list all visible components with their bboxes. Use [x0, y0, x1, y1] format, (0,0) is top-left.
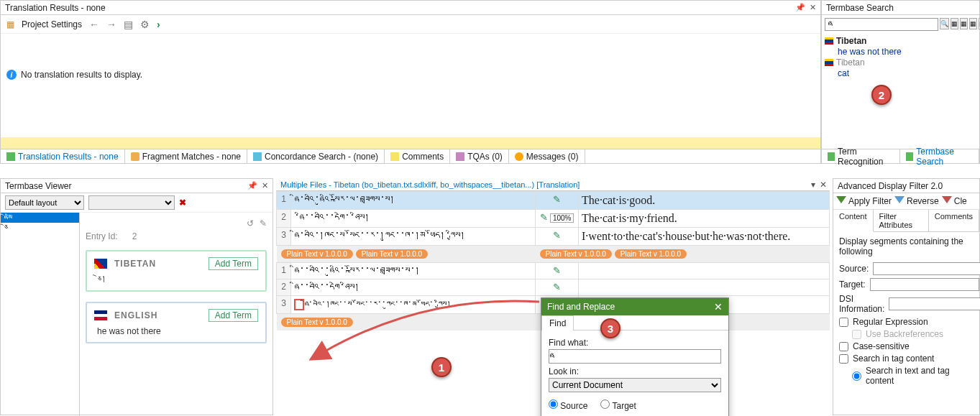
- side-item[interactable]: ཞིམི: [1, 213, 79, 223]
- funnel-icon: [894, 196, 905, 206]
- nav-forward-icon[interactable]: →: [106, 19, 116, 30]
- segment-source[interactable]: ཞི་བའི་།ཁང་་ས་སོང་་ར་་ཀུང་་ཁ་མ་ཡོད་་ཀྱིས…: [291, 296, 536, 314]
- tab-comments[interactable]: Comments: [929, 210, 979, 231]
- tab-comments[interactable]: Comments: [385, 149, 450, 163]
- layout-select[interactable]: Default layout: [5, 195, 84, 210]
- dropdown-icon[interactable]: ▾: [811, 180, 815, 190]
- project-settings-label[interactable]: Project Settings: [22, 19, 82, 29]
- source-row: Source:: [839, 262, 974, 275]
- source-input[interactable]: [873, 262, 980, 275]
- tab-term-recognition[interactable]: Term Recognition: [822, 149, 900, 163]
- tb-btn-3[interactable]: ▦: [969, 18, 977, 29]
- tab-tqas[interactable]: TQAs (0): [450, 149, 509, 163]
- entry-id-value: 2: [132, 231, 137, 241]
- termbase-combo[interactable]: [88, 195, 175, 210]
- side-item[interactable]: ཅི: [1, 223, 79, 233]
- tab-messages[interactable]: Messages (0): [509, 149, 585, 163]
- segment-source[interactable]: ཞི་བའི་།ཁང་ས་སོང་་ར་།ཀུང་་ཁ་།མ་ཡོད།་ཀྱིས…: [291, 228, 536, 246]
- clear-button[interactable]: Cle: [942, 196, 967, 206]
- tag-content-radio[interactable]: [852, 371, 861, 381]
- tag-checkbox[interactable]: [839, 354, 848, 364]
- segment-source[interactable]: ཞི་་བའི་་ཞུའི་་སྐོར་་ལ་བཟླགས་ས་།: [291, 263, 536, 279]
- pin-icon[interactable]: 📌: [247, 181, 257, 190]
- segment-row[interactable]: 2 ཞི་་བའི་་དགེ་ཤིས། ✎: [277, 279, 830, 296]
- tab-concordance-search[interactable]: Concordance Search - (none): [247, 149, 385, 163]
- target-radio[interactable]: [600, 399, 610, 409]
- add-term-button[interactable]: Add Term: [209, 309, 258, 322]
- tab-icon: [131, 152, 139, 161]
- close-icon[interactable]: ✕: [810, 3, 816, 12]
- source-radio[interactable]: [549, 399, 558, 409]
- backref-check[interactable]: Use Backreferences: [852, 329, 974, 339]
- pin-icon[interactable]: 📌: [795, 3, 805, 12]
- tab-label: Termbase Search: [916, 147, 973, 167]
- target-input[interactable]: [870, 278, 979, 291]
- project-settings-icon[interactable]: ▦: [6, 19, 14, 29]
- play-icon[interactable]: ›: [157, 19, 160, 30]
- segment-target[interactable]: [579, 279, 830, 296]
- tool-icon-2[interactable]: ⚙: [140, 19, 150, 30]
- tb-btn-2[interactable]: ▦: [960, 18, 968, 29]
- segment-target[interactable]: [579, 263, 830, 279]
- highlight-bar: [1, 137, 820, 149]
- apply-filter-button[interactable]: Apply Filter: [836, 196, 892, 206]
- close-icon[interactable]: ✕: [820, 180, 827, 190]
- nav-back-icon[interactable]: ←: [89, 19, 99, 30]
- result-value[interactable]: he was not there: [825, 47, 976, 57]
- tab-label: Term Recognition: [838, 147, 894, 167]
- tab-icon: [253, 152, 262, 161]
- search-icon[interactable]: 🔍: [940, 18, 949, 29]
- advanced-filter-toolbar: Apply Filter Reverse Cle: [833, 193, 979, 210]
- tool-icon-1[interactable]: ▤: [124, 19, 133, 30]
- segment-status: ✎: [536, 263, 579, 279]
- tb-btn-1[interactable]: ▦: [951, 18, 958, 29]
- segment-row[interactable]: 3 ཞི་བའི་།ཁང་ས་སོང་་ར་།ཀུང་་ཁ་།མ་ཡོད།་ཀྱ…: [277, 228, 830, 246]
- flag-icon: [825, 37, 833, 45]
- segment-target[interactable]: The·cat·is·good.: [579, 192, 830, 210]
- tab-find[interactable]: Find: [541, 315, 574, 331]
- close-icon[interactable]: ✕: [714, 301, 723, 313]
- reverse-button[interactable]: Reverse: [894, 196, 939, 206]
- segment-source[interactable]: ཞི་བའི་ཞུའི་སྐོར་ལ་བཟླགས་ས།: [291, 192, 536, 210]
- tag-check[interactable]: Search in tag content: [839, 353, 974, 364]
- tab-translation-results[interactable]: Translation Results - none: [1, 149, 125, 163]
- termbase-search-input[interactable]: [825, 18, 938, 31]
- tag-radio-row[interactable]: Search in text and tag content: [852, 366, 974, 386]
- segment-target[interactable]: I·went·to·the·cat's·house·but·he·was·not…: [579, 228, 830, 246]
- advanced-filter-titlebar: Advanced Display Filter 2.0: [833, 179, 979, 193]
- history-icon[interactable]: ↺: [247, 218, 254, 228]
- segment-source[interactable]: ་ཞི་་བའི་་དགེ་་ཤིས།: [291, 210, 536, 228]
- case-checkbox[interactable]: [839, 342, 848, 351]
- find-replace-titlebar[interactable]: Find and Replace ✕: [541, 298, 728, 315]
- result-value[interactable]: cat: [825, 68, 976, 78]
- find-what-input[interactable]: [549, 349, 721, 364]
- editor-tab[interactable]: Multiple Files - Tibetan (bo_tibetan.txt…: [276, 180, 584, 189]
- close-icon[interactable]: ✕: [262, 181, 268, 190]
- segment-source[interactable]: ཞི་་བའི་་དགེ་ཤིས།: [291, 279, 536, 296]
- regex-checkbox[interactable]: [839, 318, 848, 327]
- segment-status: ✎ 100%: [536, 210, 579, 228]
- edit-icon[interactable]: ✎: [260, 218, 267, 228]
- lang-label: ENGLISH: [114, 310, 157, 320]
- no-results-text: No translation results to display.: [21, 70, 142, 80]
- tab-termbase-search[interactable]: Termbase Search: [900, 149, 979, 163]
- add-term-button[interactable]: Add Term: [209, 257, 258, 270]
- case-check[interactable]: Case-sensitive: [839, 341, 974, 351]
- look-in-select[interactable]: Current Document: [549, 378, 721, 392]
- tab-filter-attributes[interactable]: Filter Attributes: [874, 210, 929, 231]
- tab-fragment-matches[interactable]: Fragment Matches - none: [125, 149, 247, 163]
- radio-target[interactable]: Target: [600, 399, 636, 411]
- panel-title-text: Advanced Display Filter 2.0: [838, 181, 943, 191]
- segment-target[interactable]: The·cat·is·my·friend.: [579, 210, 830, 228]
- segment-row[interactable]: 1 ཞི་བའི་ཞུའི་སྐོར་ལ་བཟླགས་ས། ✎ The·cat·…: [277, 192, 830, 210]
- dsi-input[interactable]: [889, 297, 980, 310]
- tab-content[interactable]: Content: [833, 210, 874, 232]
- delete-button[interactable]: ✖: [179, 198, 186, 208]
- segment-number: 1: [277, 263, 291, 279]
- segment-row[interactable]: 1 ཞི་་བའི་་ཞུའི་་སྐོར་་ལ་བཟླགས་ས་། ✎: [277, 263, 830, 279]
- regex-check[interactable]: Regular Expression: [839, 317, 974, 327]
- radio-source[interactable]: Source: [549, 399, 587, 411]
- segment-row[interactable]: 2 ་ཞི་་བའི་་དགེ་་ཤིས། ✎ 100% The·cat·is·…: [277, 210, 830, 228]
- result-lang: Tibetan: [836, 57, 865, 68]
- field-label: Target:: [839, 279, 866, 290]
